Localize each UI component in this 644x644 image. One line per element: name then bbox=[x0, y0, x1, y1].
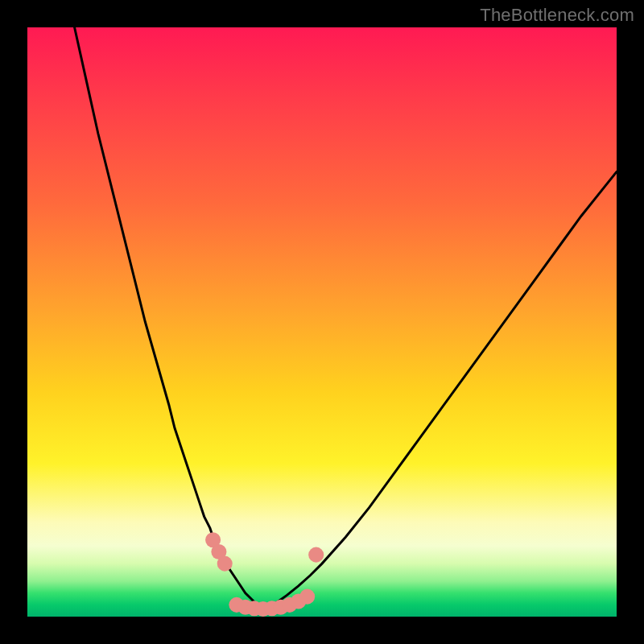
chart-svg bbox=[27, 27, 617, 617]
data-markers bbox=[205, 532, 324, 617]
plot-area bbox=[27, 27, 617, 617]
data-marker bbox=[308, 547, 324, 563]
left-curve bbox=[75, 27, 263, 609]
right-curve bbox=[263, 171, 617, 609]
chart-frame: TheBottleneck.com bbox=[0, 0, 644, 644]
data-marker bbox=[299, 589, 315, 605]
data-marker bbox=[217, 556, 233, 572]
watermark-label: TheBottleneck.com bbox=[480, 5, 634, 26]
